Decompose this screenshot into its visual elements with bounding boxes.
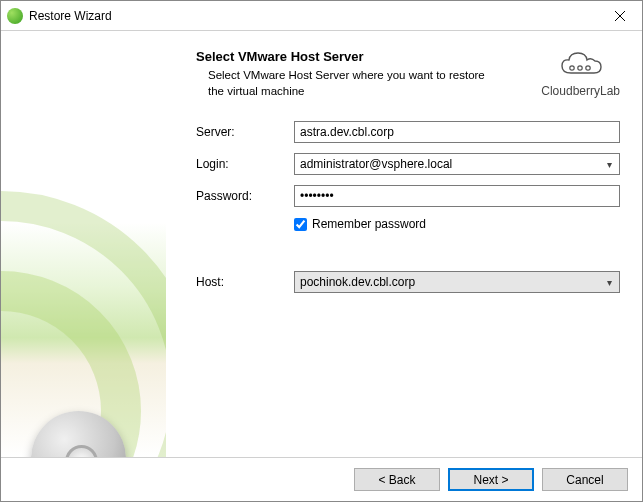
window-title: Restore Wizard <box>29 9 597 23</box>
wizard-main: Select VMware Host Server Select VMware … <box>166 31 642 457</box>
host-select[interactable]: pochinok.dev.cbl.corp ▾ <box>294 271 620 293</box>
server-input[interactable] <box>294 121 620 143</box>
form: Server: Login: administrator@vsphere.loc… <box>196 121 620 303</box>
page-description: Select VMware Host Server where you want… <box>196 68 496 99</box>
wizard-footer: < Back Next > Cancel <box>1 457 642 501</box>
page-heading: Select VMware Host Server <box>196 49 541 64</box>
cancel-button[interactable]: Cancel <box>542 468 628 491</box>
app-icon <box>7 8 23 24</box>
titlebar: Restore Wizard <box>1 1 642 31</box>
close-icon <box>615 11 625 21</box>
login-value: administrator@vsphere.local <box>300 157 452 171</box>
brand-name: CloudberryLab <box>541 84 620 98</box>
svg-point-3 <box>577 66 581 70</box>
wizard-sidebar <box>1 31 166 457</box>
chevron-down-icon: ▾ <box>605 277 614 288</box>
svg-point-2 <box>569 66 573 70</box>
password-label: Password: <box>196 189 294 203</box>
next-button[interactable]: Next > <box>448 468 534 491</box>
dialog-body: Select VMware Host Server Select VMware … <box>1 31 642 457</box>
host-value: pochinok.dev.cbl.corp <box>300 275 415 289</box>
brand-logo: CloudberryLab <box>541 49 620 99</box>
remember-checkbox[interactable] <box>294 218 307 231</box>
login-select[interactable]: administrator@vsphere.local ▾ <box>294 153 620 175</box>
chevron-down-icon: ▾ <box>605 159 614 170</box>
svg-point-4 <box>585 66 589 70</box>
login-label: Login: <box>196 157 294 171</box>
remember-label: Remember password <box>312 217 426 231</box>
password-input[interactable] <box>294 185 620 207</box>
close-button[interactable] <box>597 1 642 30</box>
server-label: Server: <box>196 125 294 139</box>
back-button[interactable]: < Back <box>354 468 440 491</box>
cloud-icon <box>556 49 606 79</box>
host-label: Host: <box>196 275 294 289</box>
